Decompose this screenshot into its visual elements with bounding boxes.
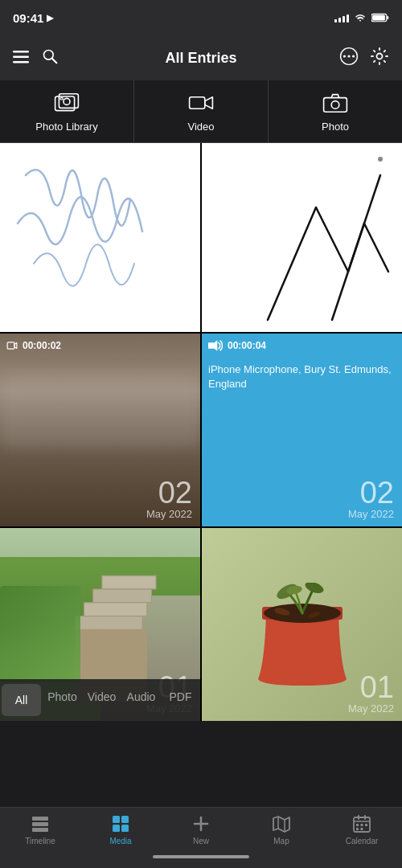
video-item-1[interactable]: 00:00:02 02 May 2022	[0, 334, 200, 526]
calendar-icon	[352, 814, 371, 833]
status-time: 09:41 ▶	[13, 11, 53, 25]
video-location: iPhone Microphone, Bury St. Edmunds, Eng…	[208, 362, 396, 391]
svg-point-15	[64, 98, 70, 104]
svg-rect-39	[32, 828, 48, 832]
search-icon[interactable]	[42, 48, 58, 68]
tab-video[interactable]: Video	[134, 80, 269, 142]
bottom-nav-items: Timeline Media New	[0, 808, 402, 849]
photo-item-2[interactable]: 01 May 2022	[202, 528, 402, 721]
svg-rect-42	[113, 825, 120, 832]
svg-rect-40	[113, 816, 120, 823]
svg-point-9	[343, 55, 346, 57]
nav-item-timeline[interactable]: Timeline	[16, 814, 64, 845]
svg-rect-28	[75, 616, 142, 630]
more-icon[interactable]	[339, 47, 359, 70]
nav-item-new[interactable]: New	[177, 814, 225, 845]
svg-rect-16	[60, 98, 63, 100]
tab-photo-library-label: Photo Library	[35, 121, 97, 133]
video-item-2[interactable]: 00:00:04 iPhone Microphone, Bury St. Edm…	[202, 334, 402, 526]
svg-rect-5	[13, 61, 29, 63]
svg-rect-4	[13, 55, 29, 58]
filter-audio[interactable]: Audio	[121, 681, 161, 719]
home-indicator	[0, 849, 402, 868]
tab-photo-library[interactable]: Photo Library	[0, 80, 134, 142]
nav-left	[13, 48, 58, 68]
svg-rect-53	[361, 824, 363, 826]
calendar-label: Calendar	[346, 837, 379, 845]
svg-rect-1	[372, 14, 385, 20]
svg-rect-52	[356, 824, 359, 826]
svg-rect-17	[190, 97, 205, 108]
nav-right	[339, 47, 389, 70]
new-label: New	[193, 837, 209, 845]
video-date-2: 02 May 2022	[348, 477, 394, 520]
svg-rect-56	[361, 828, 363, 830]
svg-rect-55	[356, 828, 359, 830]
home-bar	[153, 855, 249, 858]
filter-photo[interactable]: Photo	[43, 681, 82, 719]
new-plus-icon	[191, 814, 211, 833]
battery-icon	[371, 13, 389, 23]
photo-library-icon	[54, 90, 80, 116]
nav-item-map[interactable]: Map	[257, 814, 306, 845]
svg-line-7	[52, 58, 57, 63]
video-icon	[188, 90, 214, 116]
svg-rect-26	[93, 589, 152, 603]
svg-rect-3	[13, 51, 29, 53]
filter-video[interactable]: Video	[82, 681, 121, 719]
nav-item-media[interactable]: Media	[96, 814, 145, 845]
svg-point-12	[377, 53, 383, 59]
sketch-item-2[interactable]	[202, 143, 402, 332]
tab-photo-label: Photo	[322, 121, 349, 133]
svg-rect-23	[7, 342, 14, 349]
tab-photo[interactable]: Photo	[269, 80, 402, 142]
svg-rect-2	[387, 16, 388, 19]
signal-icon	[334, 13, 349, 23]
tab-video-label: Video	[187, 121, 214, 133]
svg-rect-43	[121, 825, 129, 832]
svg-rect-25	[102, 575, 156, 589]
svg-rect-18	[324, 98, 347, 113]
video-duration-2: 00:00:04	[228, 340, 266, 351]
video-duration-badge-1: 00:00:02	[6, 340, 61, 351]
bottom-nav: Timeline Media New	[0, 807, 402, 868]
video-audio-badge: 00:00:04	[208, 340, 266, 351]
filter-all[interactable]: All	[2, 684, 41, 716]
svg-rect-38	[32, 822, 48, 826]
video-date-1: 02 May 2022	[146, 477, 192, 520]
status-icons	[334, 13, 389, 23]
nav-item-calendar[interactable]: Calendar	[338, 814, 386, 845]
filter-bar: All Photo Video Audio PDF	[0, 679, 200, 721]
status-bar: 09:41 ▶	[0, 0, 402, 35]
media-label: Media	[109, 837, 131, 845]
location-arrow-icon: ▶	[47, 13, 53, 23]
svg-rect-54	[365, 824, 367, 826]
sketch-item-1[interactable]	[0, 143, 200, 332]
filter-pdf[interactable]: PDF	[161, 681, 200, 719]
photo-date-2: 01 May 2022	[348, 672, 394, 714]
camera-icon	[322, 90, 348, 116]
map-icon	[272, 814, 291, 833]
svg-rect-41	[121, 816, 129, 823]
svg-rect-37	[32, 817, 48, 821]
svg-point-11	[352, 55, 355, 57]
timeline-icon	[31, 814, 50, 833]
media-type-tabs: Photo Library Video Photo	[0, 80, 402, 143]
media-icon	[111, 814, 130, 833]
svg-point-19	[331, 101, 339, 109]
content-grid: 00:00:02 02 May 2022 00:00:04 iPhon	[0, 143, 402, 721]
map-label: Map	[273, 837, 289, 845]
svg-point-33	[303, 583, 325, 596]
settings-icon[interactable]	[370, 47, 389, 70]
video-duration-1: 00:00:02	[23, 340, 61, 351]
svg-point-10	[347, 55, 350, 57]
page-title: All Entries	[165, 50, 236, 67]
wifi-icon	[354, 13, 367, 23]
timeline-label: Timeline	[25, 837, 55, 845]
svg-marker-24	[208, 340, 217, 351]
photo-item-1[interactable]: 01 May 2022 All Photo Video Audio PDF	[0, 528, 200, 721]
svg-point-22	[378, 157, 383, 162]
nav-bar: All Entries	[0, 35, 402, 80]
menu-icon[interactable]	[13, 49, 29, 68]
svg-rect-27	[84, 603, 147, 616]
